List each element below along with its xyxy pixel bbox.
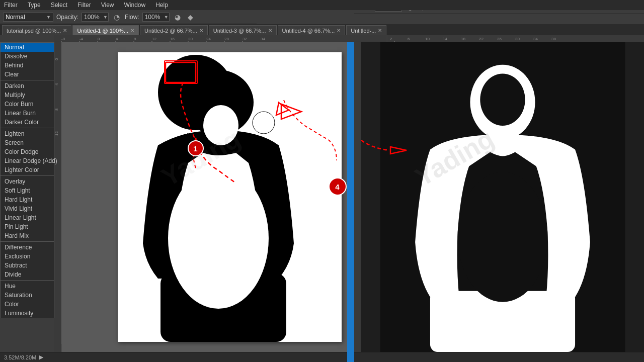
blend-difference[interactable]: Difference: [1, 243, 54, 252]
blend-clear[interactable]: Clear: [1, 70, 54, 79]
panel-divider[interactable]: [347, 42, 354, 362]
blend-multiply[interactable]: Multiply: [1, 90, 54, 100]
blend-behind[interactable]: Behind: [1, 61, 54, 70]
blend-dissolve[interactable]: Dissolve: [1, 52, 54, 61]
blend-soft-light[interactable]: Soft Light: [1, 186, 54, 195]
svg-marker-59: [390, 147, 407, 154]
blend-linear-dodge[interactable]: Linear Dodge (Add): [1, 156, 54, 165]
menu-view[interactable]: View: [99, 2, 116, 9]
blend-hard-mix[interactable]: Hard Mix: [1, 231, 54, 240]
svg-text:-8: -8: [61, 37, 65, 41]
blend-hard-light[interactable]: Hard Light: [1, 195, 54, 204]
blend-hue[interactable]: Hue: [1, 282, 54, 291]
menu-type[interactable]: Type: [26, 2, 43, 9]
tab-untitled4[interactable]: Untitled-4 @ 66.7%... ✕: [278, 25, 346, 35]
svg-text:30: 30: [515, 37, 520, 41]
blend-linear-light[interactable]: Linear Light: [1, 213, 54, 222]
triangle-pointer-top: [279, 102, 304, 123]
flow-dropdown-icon: ▼: [164, 15, 169, 20]
flow-input[interactable]: [145, 14, 164, 21]
blend-divide[interactable]: Divide: [1, 270, 54, 279]
svg-text:14: 14: [443, 37, 447, 41]
opacity-input-wrapper[interactable]: ▼: [82, 13, 109, 22]
menubar: Filter Type Select Filter View Window He…: [0, 0, 644, 10]
canvas-image-right[interactable]: Yading: [361, 42, 644, 352]
dropdown-arrow-icon: ▼: [46, 15, 51, 20]
flow-input-wrapper[interactable]: ▼: [142, 13, 170, 22]
blend-pin-light[interactable]: Pin Light: [1, 222, 54, 231]
tab-untitled4-label: Untitled-4 @ 66.7%...: [282, 28, 335, 34]
tab-tutorial[interactable]: tutorial.psd @ 100%... ✕: [2, 25, 71, 35]
tab-untitled1-close[interactable]: ✕: [130, 28, 134, 33]
app-window: Filter Type Select Filter View Window He…: [0, 0, 644, 362]
svg-text:0: 0: [54, 58, 59, 60]
tab-untitled4-close[interactable]: ✕: [337, 28, 341, 33]
tab-untitled3[interactable]: Untitled-3 @ 66.7%... ✕: [209, 25, 277, 35]
ruler-vertical-right: [354, 42, 361, 352]
svg-text:4: 4: [54, 83, 59, 85]
ruler-h-svg: -8 -4 0 4 8 12 16 20 24 28 32 34: [54, 35, 386, 42]
tab-untitled2-close[interactable]: ✕: [199, 28, 203, 33]
canvas-area-right[interactable]: Yading: [354, 42, 644, 352]
blend-mode-panel: Normal Dissolve Behind Clear Darken Mult…: [0, 42, 54, 318]
svg-rect-36: [54, 42, 61, 344]
blend-luminosity[interactable]: Luminosity: [1, 309, 54, 318]
svg-text:12: 12: [152, 37, 156, 41]
tab-untitled2[interactable]: Untitled-2 @ 66.7%... ✕: [140, 25, 208, 35]
tab-untitled2-label: Untitled-2 @ 66.7%...: [144, 28, 197, 34]
blend-lighten[interactable]: Lighten: [1, 129, 54, 138]
statusbar-arrow[interactable]: ▶: [39, 354, 43, 360]
airbrush-icon[interactable]: ◕: [173, 12, 183, 22]
menu-help[interactable]: Help: [153, 2, 170, 9]
annotation-svg-right: [361, 42, 644, 352]
tab-untitled5[interactable]: Untitled-... ✕: [346, 25, 386, 35]
tab-untitled5-close[interactable]: ✕: [378, 28, 382, 33]
blend-color-dodge[interactable]: Color Dodge: [1, 147, 54, 156]
blend-saturation[interactable]: Saturation: [1, 291, 54, 300]
marker-1-number: 1: [193, 144, 197, 153]
separator-1: [1, 80, 54, 80]
blend-normal[interactable]: Normal: [1, 43, 54, 52]
flow-label: Flow:: [125, 14, 139, 21]
svg-text:18: 18: [461, 37, 465, 41]
blend-color[interactable]: Color: [1, 300, 54, 309]
tab-untitled3-close[interactable]: ✕: [268, 28, 272, 33]
separator-2: [1, 128, 54, 128]
blend-vivid-light[interactable]: Vivid Light: [1, 204, 54, 213]
tab-tutorial-close[interactable]: ✕: [63, 28, 67, 33]
opacity-label: Opacity:: [56, 14, 78, 21]
blend-overlay[interactable]: Overlay: [1, 177, 54, 186]
canvas-area-left[interactable]: 0 4 8 12 Yading: [54, 42, 397, 352]
svg-text:6: 6: [408, 37, 410, 41]
brush-pressure-icon[interactable]: ◔: [112, 12, 122, 22]
svg-rect-0: [54, 35, 386, 42]
blend-lighter-color[interactable]: Lighter Color: [1, 165, 54, 174]
svg-text:8: 8: [134, 37, 136, 41]
menu-window[interactable]: Window: [122, 2, 148, 9]
tab-untitled3-label: Untitled-3 @ 66.7%...: [213, 28, 266, 34]
statusbar: 3.52M/8.20M ▶: [0, 352, 644, 362]
blend-darker-color[interactable]: Darker Color: [1, 118, 54, 127]
blend-screen[interactable]: Screen: [1, 138, 54, 147]
svg-text:4: 4: [116, 37, 118, 41]
menu-filter[interactable]: Filter: [2, 2, 20, 9]
svg-text:38: 38: [551, 37, 556, 41]
blend-mode-dropdown[interactable]: Normal ▼: [3, 13, 53, 22]
svg-text:22: 22: [479, 37, 484, 41]
blend-subtract[interactable]: Subtract: [1, 261, 54, 270]
blend-color-burn[interactable]: Color Burn: [1, 100, 54, 109]
svg-text:34: 34: [261, 37, 265, 41]
menu-filter2[interactable]: Filter: [75, 2, 93, 9]
blend-darken[interactable]: Darken: [1, 81, 54, 90]
menu-select[interactable]: Select: [49, 2, 69, 9]
blend-linear-burn[interactable]: Linear Burn: [1, 109, 54, 118]
smoothing-icon[interactable]: ◆: [186, 12, 196, 22]
ruler-v-left-svg: 0 4 8 12: [54, 42, 61, 344]
ruler-vertical-left: 0 4 8 12: [54, 42, 61, 352]
annotation-marker-1: 1: [188, 140, 204, 156]
separator-5: [1, 280, 54, 281]
tab-untitled1[interactable]: Untitled-1 @ 100%... ✕: [72, 25, 139, 35]
blend-exclusion[interactable]: Exclusion: [1, 252, 54, 261]
svg-text:12: 12: [54, 131, 59, 136]
opacity-input[interactable]: [84, 14, 103, 21]
